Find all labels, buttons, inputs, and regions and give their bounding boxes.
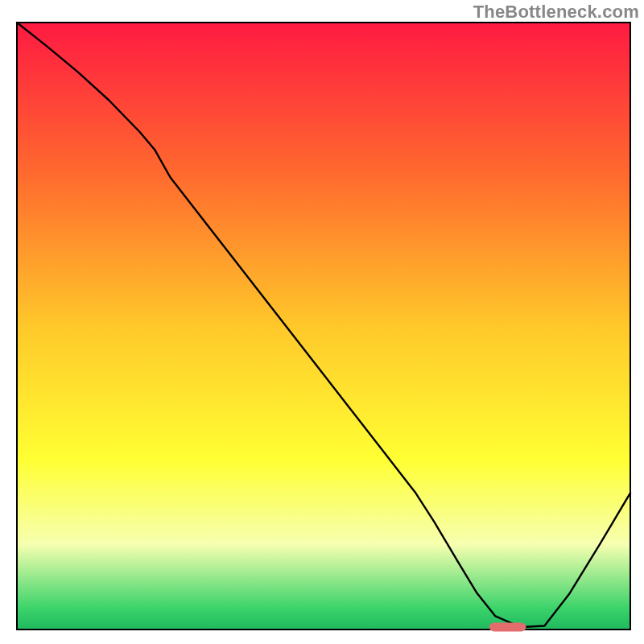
optimal-marker [489, 622, 526, 631]
bottleneck-chart: TheBottleneck.com [0, 0, 644, 644]
plot-background [17, 23, 630, 630]
watermark-label: TheBottleneck.com [473, 2, 639, 23]
chart-canvas [0, 0, 644, 644]
